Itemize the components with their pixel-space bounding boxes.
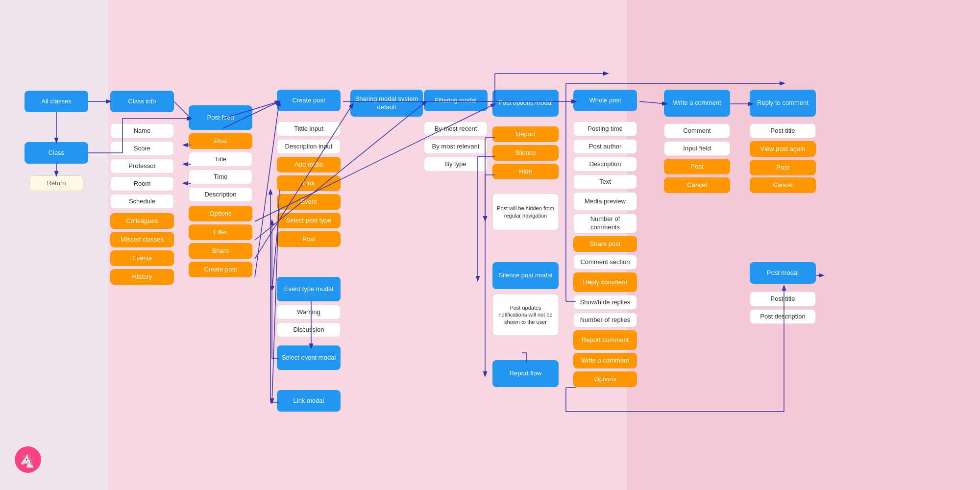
node-pm-post-desc: Post description xyxy=(750,309,816,324)
node-report-flow[interactable]: Report flow xyxy=(492,360,559,387)
node-name: Name xyxy=(110,123,174,138)
node-post-title-r: Post title xyxy=(750,123,816,138)
node-all-classes[interactable]: All classes xyxy=(24,91,88,112)
node-post-comment[interactable]: Post xyxy=(664,159,730,174)
node-write-comment[interactable]: Write a comment xyxy=(573,353,637,368)
node-show-hide-replies: Show/hide replies xyxy=(573,295,637,310)
node-discussion: Discussion xyxy=(277,322,341,337)
node-score: Score xyxy=(110,141,174,156)
node-view-post-again[interactable]: View post again xyxy=(750,141,816,157)
node-write-comment-modal[interactable]: Write a comment xyxy=(664,90,730,117)
node-options[interactable]: Options xyxy=(189,206,252,221)
node-post-options-modal[interactable]: Post options modal xyxy=(492,90,559,117)
node-filter[interactable]: Filter xyxy=(189,224,252,240)
node-post-feed[interactable]: Post feed xyxy=(189,105,252,130)
node-by-most-recent: By most recent xyxy=(424,122,488,136)
node-return: Return xyxy=(29,175,83,191)
node-post-author: Post author xyxy=(573,139,637,154)
node-reply-to-comment[interactable]: Reply to comment xyxy=(750,90,816,117)
node-event-type-modal[interactable]: Event type modal xyxy=(277,277,341,301)
node-silence-btn[interactable]: Silence xyxy=(492,145,559,161)
node-post-modal[interactable]: Post modal xyxy=(750,262,816,284)
node-title: Title xyxy=(189,152,252,167)
node-title-input: Tittle input xyxy=(277,122,341,136)
node-wp-options[interactable]: Options xyxy=(573,371,637,387)
node-media-preview: Media preview xyxy=(573,192,637,211)
node-events[interactable]: Events xyxy=(110,250,174,266)
node-select-event-modal[interactable]: Select event modal xyxy=(277,345,341,370)
node-pm-post-title: Post title xyxy=(750,292,816,306)
node-reply-comment[interactable]: Reply comment xyxy=(573,272,637,292)
node-report-btn[interactable]: Report xyxy=(492,126,559,142)
node-create-post[interactable]: Create post xyxy=(189,262,252,277)
node-room: Room xyxy=(110,176,174,191)
diagram-container: All classes Class Return Class info Name… xyxy=(0,0,980,490)
node-post-reply[interactable]: Post xyxy=(750,160,816,175)
logo: 🦄 xyxy=(15,446,42,475)
node-posting-time: Posting time xyxy=(573,122,637,136)
node-comment-label: Comment xyxy=(664,123,730,138)
node-history[interactable]: History xyxy=(110,269,174,285)
node-hide-btn[interactable]: Hide xyxy=(492,164,559,179)
node-whole-post[interactable]: Whole post xyxy=(573,90,637,111)
node-schedule: Schedule xyxy=(110,194,174,209)
node-class[interactable]: Class xyxy=(24,142,88,164)
node-create-post-modal[interactable]: Create post xyxy=(277,90,341,111)
node-input-field: Input field xyxy=(664,141,730,156)
node-comment-section: Comment section xyxy=(573,255,637,270)
node-cancel-reply[interactable]: Cancel xyxy=(750,177,816,193)
svg-text:🦄: 🦄 xyxy=(20,452,37,468)
node-text: Text xyxy=(573,174,637,189)
node-link-modal[interactable]: Link modal xyxy=(277,390,341,412)
node-post[interactable]: Post xyxy=(189,133,252,149)
node-sharing-modal[interactable]: Sharing modal system default xyxy=(350,90,423,117)
node-missed-classes[interactable]: Missed classes xyxy=(110,232,174,247)
node-silence-note: Post updates notifications will not be s… xyxy=(492,294,559,336)
node-select-post-type[interactable]: Select post type xyxy=(277,213,341,228)
node-post-btn[interactable]: Post xyxy=(277,231,341,247)
node-by-type: By type xyxy=(424,157,488,172)
node-by-most-relevant: By most relevant xyxy=(424,139,488,154)
node-add-media[interactable]: Add midia xyxy=(277,157,341,172)
node-professor: Professor xyxy=(110,159,174,173)
node-desc-input: Description input xyxy=(277,139,341,154)
node-wp-description: Description xyxy=(573,157,637,172)
node-cancel-comment[interactable]: Cancel xyxy=(664,177,730,193)
node-share[interactable]: Share xyxy=(189,243,252,259)
node-event[interactable]: Event xyxy=(277,194,341,210)
node-silence-post-modal[interactable]: Silence post modal xyxy=(492,262,559,289)
node-post-hidden-note: Post will be hidden from regular navigat… xyxy=(492,194,559,230)
node-link[interactable]: Link xyxy=(277,175,341,191)
node-time: Time xyxy=(189,170,252,184)
node-report-comment[interactable]: Report comment xyxy=(573,330,637,350)
node-class-info[interactable]: Class info xyxy=(110,91,174,112)
node-colleagues[interactable]: Colleagues xyxy=(110,213,174,229)
node-share-post-btn[interactable]: Share post xyxy=(573,236,637,252)
node-filtering-modal[interactable]: Filtering modal xyxy=(424,90,488,111)
node-num-comments: Number of comments xyxy=(573,214,637,233)
node-warning: Warning xyxy=(277,305,341,319)
node-num-replies: Number of replies xyxy=(573,313,637,327)
node-description: Description xyxy=(189,187,252,202)
